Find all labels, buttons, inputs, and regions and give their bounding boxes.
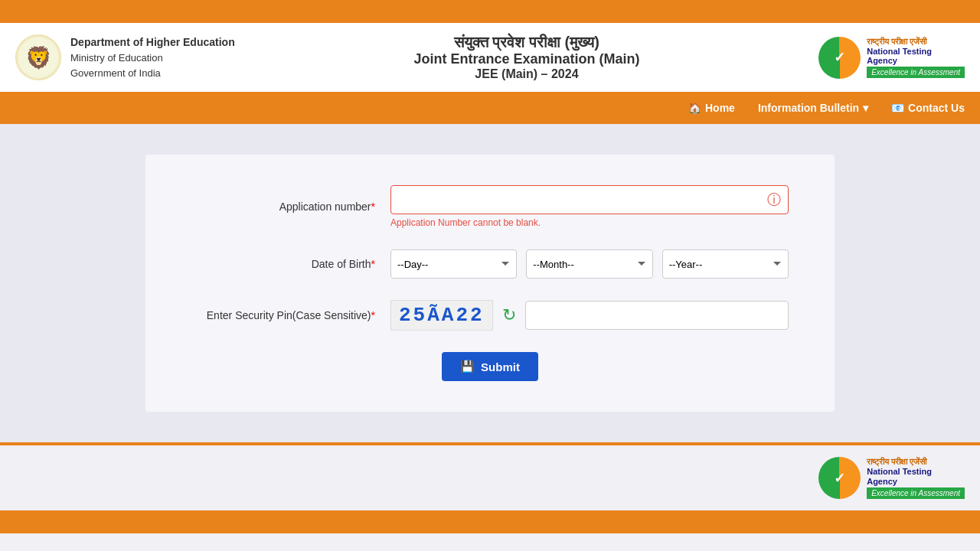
year-select[interactable]: --Year-- 1995199619971998 19992000200120… bbox=[662, 249, 789, 279]
dept-line1: Department of Higher Education bbox=[70, 34, 235, 51]
security-pin-row: Enter Security Pin(Case Sensitive)* 25ÃA… bbox=[191, 300, 789, 331]
navbar: 🏠 Home Information Bulletin ▾ 📧 Contact … bbox=[0, 92, 980, 124]
application-input-group: ⓘ bbox=[390, 185, 789, 214]
footer-nta-checkmark: ✓ bbox=[834, 470, 845, 487]
application-error-message: Application Number cannot be blank. bbox=[390, 217, 789, 228]
dept-line2: Ministry of Education bbox=[70, 51, 235, 66]
header: 🦁 Department of Higher Education Ministr… bbox=[0, 23, 980, 92]
refresh-captcha-icon[interactable]: ↻ bbox=[502, 305, 516, 325]
captcha-display: 25ÃA22 bbox=[390, 300, 493, 331]
day-select[interactable]: --Day-- 12345 678910 1112131415 16171819… bbox=[390, 249, 517, 279]
header-center: संयुक्त प्रवेश परीक्षा (मुख्य) Joint Ent… bbox=[235, 34, 819, 81]
nta-logo: ✓ राष्ट्रीय परीक्षा एजेंसी National Test… bbox=[818, 37, 965, 79]
application-number-input[interactable] bbox=[390, 185, 789, 214]
eng-title: Joint Entrance Examination (Main) bbox=[235, 51, 819, 67]
error-indicator-icon: ⓘ bbox=[767, 191, 781, 209]
submit-row: 💾 Submit bbox=[191, 352, 789, 381]
footer-nta-logo: ✓ राष्ट्रीय परीक्षा एजेंसी National Test… bbox=[818, 457, 965, 499]
footer-nta-english: National Testing Agency bbox=[867, 467, 965, 485]
nta-circle-logo: ✓ bbox=[818, 37, 861, 79]
home-label: Home bbox=[705, 102, 735, 114]
year-title: JEE (Main) – 2024 bbox=[235, 67, 819, 81]
dob-label: Date of Birth* bbox=[191, 258, 390, 270]
footer: ✓ राष्ट्रीय परीक्षा एजेंसी National Test… bbox=[0, 445, 980, 510]
submit-icon: 💾 bbox=[460, 360, 475, 373]
footer-nta-hindi: राष्ट्रीय परीक्षा एजेंसी bbox=[867, 457, 965, 467]
nta-checkmark: ✓ bbox=[834, 49, 845, 66]
top-bar bbox=[0, 0, 980, 23]
security-pin-input[interactable] bbox=[525, 301, 789, 330]
main-content: Application number* ⓘ Application Number… bbox=[0, 124, 980, 442]
info-chevron-icon: ▾ bbox=[863, 102, 868, 114]
dob-group: --Day-- 12345 678910 1112131415 16171819… bbox=[390, 249, 789, 279]
nta-text-block: राष्ट्रीय परीक्षा एजेंसी National Testin… bbox=[867, 37, 965, 78]
home-icon: 🏠 bbox=[688, 102, 701, 114]
contact-label: Contact Us bbox=[908, 102, 965, 114]
bottom-bar bbox=[0, 510, 980, 533]
india-emblem: 🦁 bbox=[15, 34, 61, 80]
dept-info: Department of Higher Education Ministry … bbox=[70, 34, 235, 80]
nav-home[interactable]: 🏠 Home bbox=[688, 102, 735, 114]
dob-row: Date of Birth* --Day-- 12345 678910 1112… bbox=[191, 249, 789, 279]
hindi-title: संयुक्त प्रवेश परीक्षा (मुख्य) bbox=[235, 34, 819, 51]
footer-nta-text-block: राष्ट्रीय परीक्षा एजेंसी National Testin… bbox=[867, 457, 965, 498]
footer-nta-tagline: Excellence in Assessment bbox=[867, 487, 965, 499]
footer-nta-circle: ✓ bbox=[818, 457, 861, 499]
header-left: 🦁 Department of Higher Education Ministr… bbox=[15, 34, 235, 80]
application-number-row: Application number* ⓘ Application Number… bbox=[191, 185, 789, 228]
header-right: ✓ राष्ट्रीय परीक्षा एजेंसी National Test… bbox=[818, 37, 965, 79]
nta-tagline: Excellence in Assessment bbox=[867, 67, 965, 78]
info-label: Information Bulletin bbox=[758, 102, 859, 114]
nav-contact[interactable]: 📧 Contact Us bbox=[891, 102, 965, 114]
nta-english-text: National Testing Agency bbox=[867, 47, 965, 65]
form-card: Application number* ⓘ Application Number… bbox=[145, 155, 835, 412]
submit-button[interactable]: 💾 Submit bbox=[442, 352, 538, 381]
nav-info-bulletin[interactable]: Information Bulletin ▾ bbox=[758, 102, 868, 114]
nta-hindi-text: राष्ट्रीय परीक्षा एजेंसी bbox=[867, 37, 965, 47]
submit-label: Submit bbox=[481, 360, 520, 373]
security-label: Enter Security Pin(Case Sensitive)* bbox=[191, 309, 390, 321]
security-group: 25ÃA22 ↻ bbox=[390, 300, 789, 331]
month-select[interactable]: --Month-- JanuaryFebruaryMarchApril MayJ… bbox=[526, 249, 652, 279]
dept-line3: Government of India bbox=[70, 66, 235, 81]
application-input-wrapper: ⓘ Application Number cannot be blank. bbox=[390, 185, 789, 228]
contact-icon: 📧 bbox=[891, 102, 904, 114]
application-label: Application number* bbox=[191, 201, 390, 213]
